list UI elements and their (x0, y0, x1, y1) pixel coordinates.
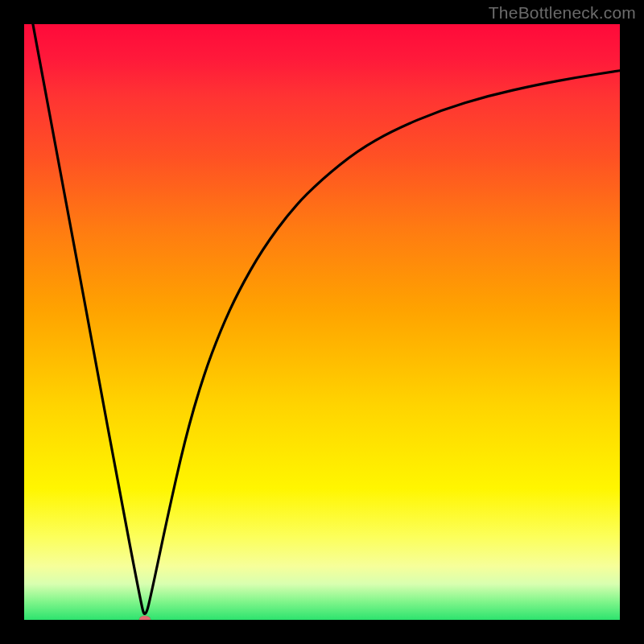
minimum-marker-dot (139, 616, 151, 620)
watermark-text: TheBottleneck.com (489, 3, 636, 23)
heat-gradient-background (24, 24, 620, 620)
chart-frame: TheBottleneck.com (0, 0, 644, 644)
plot-area (24, 24, 620, 620)
